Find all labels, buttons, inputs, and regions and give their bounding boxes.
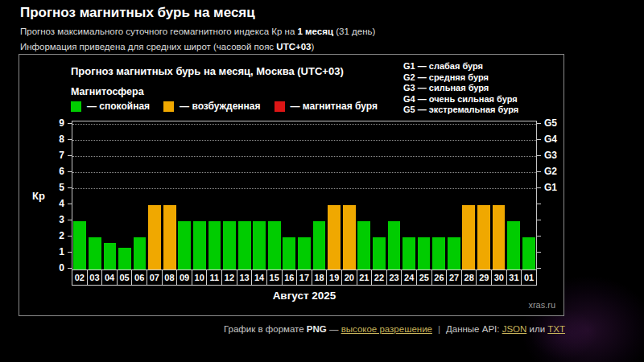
day-label: 18 xyxy=(312,269,328,286)
day-label: 27 xyxy=(446,269,462,286)
y-tick-right xyxy=(537,123,541,124)
bar-slot xyxy=(282,121,297,269)
y-tick-right xyxy=(537,171,541,172)
watermark: xras.ru xyxy=(528,300,555,310)
day-label: 29 xyxy=(476,269,492,286)
bar-slot xyxy=(402,121,417,269)
day-label: 28 xyxy=(461,269,477,286)
page-subtitle-1: Прогноз максимального суточного геомагни… xyxy=(20,27,375,36)
bar-slot xyxy=(416,121,431,269)
footer-text: — xyxy=(327,324,341,334)
y-tick-left xyxy=(68,171,72,172)
footer-png-text: PNG xyxy=(307,324,327,334)
gridline-kp9 xyxy=(72,124,536,125)
kp-bar-day-27 xyxy=(448,237,460,269)
gridline-kp6 xyxy=(72,172,536,173)
bar-slot xyxy=(312,121,327,269)
bar-slot xyxy=(431,121,447,269)
kp-bar-day-08 xyxy=(163,205,176,269)
excited-color-swatch xyxy=(163,101,174,112)
kp-bar-day-26 xyxy=(432,237,445,269)
kp-bar-day-22 xyxy=(373,237,386,269)
day-label: 02 xyxy=(72,269,88,286)
x-axis-day-labels: 0203040506070809101112131415161718192021… xyxy=(72,269,537,286)
bar-slot xyxy=(341,121,357,269)
kp-bar-day-14 xyxy=(253,221,266,269)
gridline-kp8 xyxy=(72,140,536,141)
footer-separator: | xyxy=(438,324,440,334)
day-label: 08 xyxy=(162,269,178,286)
legend: — спокойная — возбужденная — магнитная б… xyxy=(71,101,378,112)
storm-scale-line: G4 — очень сильная буря xyxy=(403,94,518,105)
y-tick-label: 8 xyxy=(19,134,64,145)
day-label: 24 xyxy=(401,269,417,286)
kp-bar-day-17 xyxy=(298,237,311,269)
high-resolution-link[interactable]: высокое разрешение xyxy=(341,324,432,334)
txt-link[interactable]: TXT xyxy=(547,324,565,334)
bar-slot xyxy=(132,121,147,269)
bar-slot xyxy=(237,121,252,269)
quiet-color-swatch xyxy=(71,101,81,112)
day-label: 26 xyxy=(431,269,448,286)
kp-bar-day-10 xyxy=(193,221,206,269)
y-tick-right xyxy=(537,204,541,204)
json-link[interactable]: JSON xyxy=(502,324,527,334)
day-label: 25 xyxy=(416,269,432,286)
y-tick-label: 6 xyxy=(19,166,64,177)
subtitle-text: Прогноз максимального суточного геомагни… xyxy=(20,27,297,36)
chart-panel: Прогноз магнитных бурь на месяц, Москва … xyxy=(19,54,564,316)
y-tick-right xyxy=(537,139,541,140)
day-label: 15 xyxy=(266,269,283,286)
plot-area xyxy=(72,121,537,270)
footer-text: или xyxy=(526,324,547,334)
day-label: 21 xyxy=(357,269,373,286)
storm-color-swatch xyxy=(275,101,285,112)
kp-bar-day-03 xyxy=(89,237,101,269)
day-label: 23 xyxy=(386,269,402,286)
bar-slot xyxy=(446,121,461,269)
y-tick-left xyxy=(68,236,72,237)
legend-item-storm: — магнитная буря xyxy=(275,101,378,112)
right-axis-label-g3: G3 xyxy=(544,150,557,161)
day-label: 04 xyxy=(101,269,118,286)
kp-bar-day-24 xyxy=(402,237,415,269)
y-tick-label: 0 xyxy=(19,262,64,274)
day-label: 07 xyxy=(147,269,163,286)
day-label: 16 xyxy=(282,269,298,286)
y-tick-label: 4 xyxy=(19,198,64,209)
y-tick-label: 7 xyxy=(19,150,64,161)
day-label: 19 xyxy=(326,269,342,286)
bar-slot xyxy=(147,121,163,269)
storm-scale-line: G1 — слабая буря xyxy=(403,61,518,72)
bar-slot xyxy=(88,121,103,269)
y-tick-right xyxy=(537,187,541,188)
y-tick-left xyxy=(68,187,72,188)
kp-bar-day-23 xyxy=(388,221,401,269)
legend-label: — спокойная xyxy=(87,101,150,112)
day-label: 22 xyxy=(371,269,387,286)
storm-scale-line: G3 — сильная буря xyxy=(403,83,518,94)
day-label: 12 xyxy=(221,269,237,286)
page-title: Прогноз магнитных бурь на месяц xyxy=(20,5,255,21)
day-label: 10 xyxy=(192,269,208,286)
bar-slot xyxy=(102,121,118,269)
bar-slot xyxy=(207,121,222,269)
kp-bar-day-02 xyxy=(73,221,86,269)
day-label: 11 xyxy=(206,269,222,286)
x-axis-title: Август 2025 xyxy=(72,290,537,302)
y-tick-right xyxy=(537,268,541,269)
y-tick-left xyxy=(68,123,72,124)
day-label: 14 xyxy=(251,269,267,286)
legend-label: — магнитная буря xyxy=(291,101,378,112)
bar-slot xyxy=(192,121,208,269)
y-tick-right xyxy=(537,220,541,220)
kp-bar-day-19 xyxy=(328,205,341,269)
bar-slot xyxy=(461,121,477,269)
day-label: 17 xyxy=(296,269,312,286)
bar-slot xyxy=(252,121,267,269)
y-tick-left xyxy=(68,139,72,140)
y-tick-right xyxy=(537,155,541,156)
bar-slot xyxy=(118,121,133,269)
kp-bar-day-01 xyxy=(522,237,535,269)
day-label: 30 xyxy=(491,269,507,286)
